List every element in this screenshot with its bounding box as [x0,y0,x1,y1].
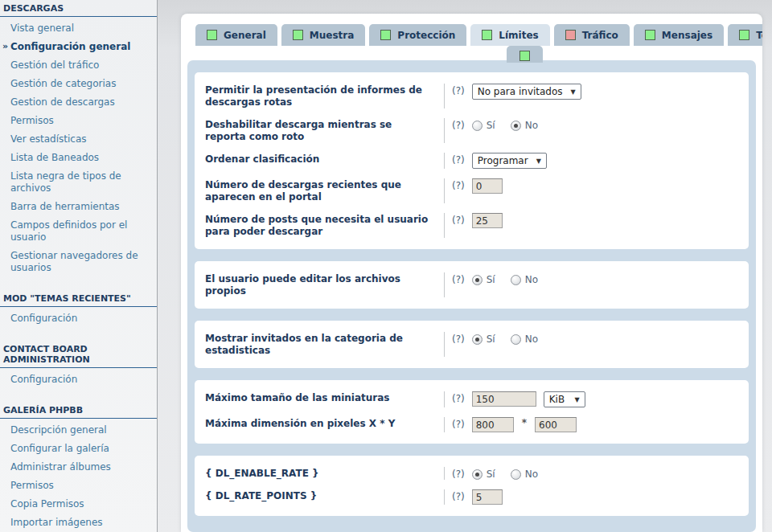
dropdown-value: No para invitados [478,86,563,97]
tab-muestra[interactable]: Muestra [281,24,366,46]
radio-option-label: Sí [487,334,495,345]
setting-row: Ordenar clasificación (?) Programar ▼ [195,148,749,174]
help-link[interactable]: (?) [452,274,465,285]
radio-icon[interactable] [511,275,521,285]
sidebar-section: DESCARGAS Vista general » Configuración … [0,2,157,277]
help-link[interactable]: (?) [452,215,465,226]
sidebar-item[interactable]: Copia Permisos [0,495,157,514]
sidebar-item[interactable]: Gestión de categorias [0,75,157,93]
sidebar-item-label: Configurar la galería [10,443,109,454]
sidebar-item[interactable]: Configurar la galería [0,440,157,458]
setting-control: (?) KiB ▼ [444,391,742,407]
settings-group: Permitir la presentación de informes de … [195,72,749,249]
sidebar-item-label: Vista general [10,23,74,34]
chevron-down-icon: ▼ [575,396,580,403]
dropdown[interactable]: KiB ▼ [544,391,585,407]
sidebar-section-list: Vista general » Configuración general Ge… [0,17,157,277]
help-link[interactable]: (?) [452,491,465,502]
dropdown-value: Programar [478,155,528,166]
setting-label: Máxima dimensión en pixeles X * Y [201,417,444,432]
sidebar-item[interactable]: Lista de Baneados [0,149,157,167]
radio-icon[interactable] [472,334,482,345]
red-square-icon [565,30,576,40]
tab-protección[interactable]: Protección [369,24,466,46]
setting-control: (?) [444,213,742,238]
dropdown[interactable]: No para invitados ▼ [472,84,581,100]
radio-option-label: No [525,274,538,285]
radio-option-no[interactable]: No [511,334,538,345]
sidebar-item[interactable]: Permisos [0,477,157,495]
tab-general[interactable]: General [195,24,277,46]
dropdown[interactable]: Programar ▼ [472,153,547,169]
help-link[interactable]: (?) [452,393,465,404]
radio-option-sí[interactable]: Sí [472,274,495,285]
text-input[interactable] [472,489,503,505]
text-input[interactable] [472,391,536,407]
help-link[interactable]: (?) [452,180,465,191]
help-link[interactable]: (?) [452,85,465,96]
radio-option-sí[interactable]: Sí [472,469,495,480]
green-square-icon [739,30,749,40]
sidebar-item[interactable]: Administrar álbumes [0,458,157,477]
radio-icon[interactable] [511,469,521,480]
help-link[interactable]: (?) [452,334,465,345]
sidebar-item[interactable]: Gestionar navegadores de usuarios [0,247,157,277]
tab-temas[interactable]: Temas [728,24,762,46]
sidebar-item-label: Gestion de descargas [10,96,115,108]
sidebar-item-label: Ver estadísticas [10,133,87,145]
help-link[interactable]: (?) [452,154,465,166]
sidebar-item[interactable]: Barra de herramientas [0,198,157,216]
sidebar-item[interactable]: Gestión del tráfico [0,56,157,75]
sidebar-item[interactable]: Gestion de descargas [0,93,157,112]
setting-label: Máximo tamaño de las miniaturas [201,391,444,407]
tab-label: Tráfico [582,30,618,41]
radio-icon[interactable] [472,121,482,131]
tab-mensajes[interactable]: Mensajes [634,24,724,46]
help-link[interactable]: (?) [452,419,465,430]
sidebar-item[interactable]: Descripción general [0,421,157,440]
radio-icon[interactable] [511,121,521,131]
sidebar-section-list: Configuración [0,368,157,389]
radio-option-sí[interactable]: Sí [472,120,495,131]
sidebar-item[interactable]: Permisos [0,112,157,130]
setting-row: Máximo tamaño de las miniaturas (?) KiB … [195,387,749,412]
sidebar-item[interactable]: Lista negra de tipos de archivos [0,167,157,198]
radio-option-no[interactable]: No [511,120,538,131]
text-input[interactable] [472,213,503,228]
text-input[interactable] [472,178,503,194]
green-square-icon [645,30,655,40]
sidebar-item[interactable]: Ver estadísticas [0,130,157,149]
text-input[interactable] [472,417,514,432]
radio-icon[interactable] [472,469,482,480]
sidebar-item[interactable]: Configuración [0,370,157,389]
setting-control: (?) [444,178,742,203]
radio-option-no[interactable]: No [511,274,538,285]
tab-label: General [224,30,266,41]
tab-límites[interactable]: Límites [470,24,549,46]
sidebar-item[interactable]: Campos definidos por el usuario [0,216,157,247]
sidebar-item-label: Barra de herramientas [10,201,120,212]
chevron-down-icon: ▼ [571,88,576,96]
setting-label: Permitir la presentación de informes de … [201,84,444,108]
radio-option-label: No [525,334,538,345]
sidebar-item[interactable]: Configuración [0,309,157,328]
sidebar-item[interactable]: Vista general [0,19,157,38]
radio-icon[interactable] [472,275,482,285]
help-link[interactable]: (?) [452,469,465,480]
tab-tráfico[interactable]: Tráfico [554,24,630,46]
subtab[interactable] [507,46,543,63]
radio-icon[interactable] [511,334,521,345]
setting-control: (?) [444,489,742,505]
sidebar-item[interactable]: Importar imágenes [0,514,157,532]
sidebar-section: GALERÍA PHPBB Descripción general Config… [0,403,157,532]
radio-option-sí[interactable]: Sí [472,334,495,345]
green-square-icon [293,30,303,40]
sidebar-section-title: GALERÍA PHPBB [0,403,157,419]
help-link[interactable]: (?) [452,120,465,131]
sidebar-item[interactable]: » Configuración general [0,38,157,56]
radio-option-label: No [525,120,538,131]
sidebar-item-label: Importar imágenes [10,517,103,528]
setting-control: (?) Sí No [444,467,742,480]
text-input[interactable] [535,417,577,432]
radio-option-no[interactable]: No [511,469,538,480]
